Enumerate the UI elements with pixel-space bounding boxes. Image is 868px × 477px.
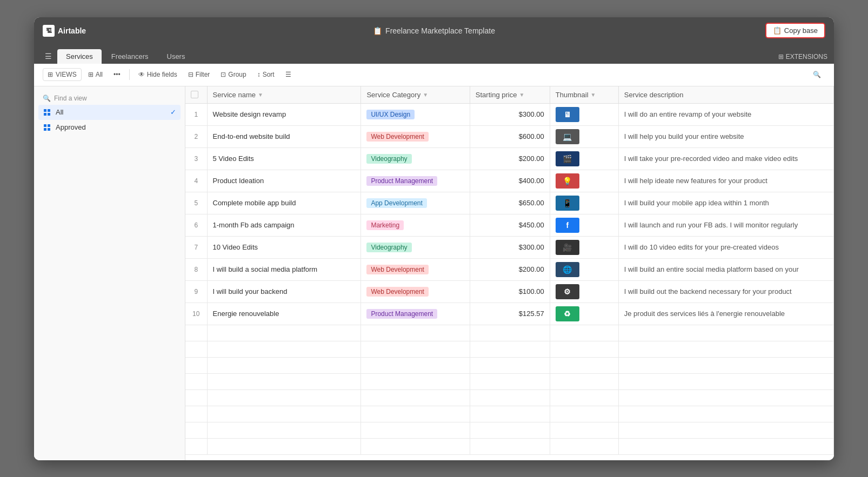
table-row[interactable]: 1 Website design revamp UI/UX Design $30… [185,103,834,125]
col-header-thumbnail: Thumbnail ▼ [550,86,618,104]
description-text: I will build an entire social media plat… [624,265,799,273]
thumbnail-cell[interactable]: 🌐 [550,258,618,280]
search-button[interactable]: 🔍 [809,69,825,80]
table-row[interactable]: 10 Energie renouvelable Product Manageme… [185,303,834,325]
extensions-button[interactable]: ⊞ EXTENSIONS [778,53,827,64]
table-row[interactable]: 8 I will build a social media platform W… [185,258,834,280]
empty-row[interactable] [185,389,834,406]
sidebar-item-all[interactable]: All ✓ [38,105,181,120]
category-cell[interactable]: Web Development [361,258,470,280]
more-options-button[interactable]: ••• [109,69,125,80]
table-row[interactable]: 2 End-to-end website build Web Developme… [185,125,834,147]
category-tag: Web Development [366,265,429,274]
row-number-cell: 9 [185,280,207,303]
price-value: $200.00 [519,265,544,273]
table-row[interactable]: 9 I will build your backend Web Developm… [185,280,834,303]
select-all-checkbox[interactable] [191,91,198,98]
thumbnail-cell[interactable]: 📱 [550,192,618,214]
copy-base-button[interactable]: 📋 Copy base [765,23,825,38]
thumbnail-image: 🎬 [556,151,579,166]
main-content: 🔍 Find a view All ✓ [34,86,834,460]
table-row[interactable]: 3 5 Video Edits Videography $200.00 🎬 I … [185,147,834,170]
service-name: I will build a social media platform [213,265,318,273]
thumbnail-cell[interactable]: 🎬 [550,147,618,170]
all-views-button[interactable]: ⊞ All [84,69,107,80]
group-button[interactable]: ⊡ Group [216,69,250,80]
filter-button[interactable]: ⊟ Filter [184,69,215,80]
col-header-category: Service Category ▼ [361,86,470,104]
category-cell[interactable]: Web Development [361,280,470,303]
empty-row[interactable] [185,422,834,438]
thumbnail-cell[interactable]: 🎥 [550,236,618,258]
table-row[interactable]: 4 Product Ideation Product Management $4… [185,170,834,192]
hamburger-button[interactable]: ☰ [41,52,56,64]
service-name-cell[interactable]: 5 Video Edits [207,147,361,170]
empty-row[interactable] [185,373,834,389]
thumbnail-image: ♻ [556,306,579,321]
empty-row[interactable] [185,406,834,422]
category-cell[interactable]: UI/UX Design [361,103,470,125]
tab-freelancers[interactable]: Freelancers [103,49,157,64]
thumbnail-image: 🎥 [556,240,579,255]
thumbnail-cell[interactable]: f [550,214,618,236]
price-cell[interactable]: $200.00 [470,147,550,170]
price-cell[interactable]: $100.00 [470,280,550,303]
service-name-cell[interactable]: I will build your backend [207,280,361,303]
description-text: I will build out the backend necessary f… [624,287,792,295]
service-name-cell[interactable]: I will build a social media platform [207,258,361,280]
category-cell[interactable]: Product Management [361,303,470,325]
empty-row[interactable] [185,438,834,454]
service-name-cell[interactable]: 1-month Fb ads campaign [207,214,361,236]
thumbnail-image: 📱 [556,196,579,211]
thumbnail-cell[interactable]: ♻ [550,303,618,325]
price-cell[interactable]: $400.00 [470,170,550,192]
price-value: $600.00 [519,132,544,140]
category-cell[interactable]: Videography [361,147,470,170]
row-height-button[interactable]: ☰ [281,69,296,80]
empty-row[interactable] [185,341,834,357]
sidebar-search[interactable]: 🔍 Find a view [38,92,181,105]
hide-fields-button[interactable]: 👁 Hide fields [134,69,182,80]
category-cell[interactable]: Marketing [361,214,470,236]
price-cell[interactable]: $125.57 [470,303,550,325]
service-name-cell[interactable]: Complete mobile app build [207,192,361,214]
search-icon: 🔍 [43,95,51,102]
price-cell[interactable]: $650.00 [470,192,550,214]
group-icon: ⊡ [221,71,226,78]
row-number-cell: 3 [185,147,207,170]
price-cell[interactable]: $200.00 [470,258,550,280]
service-name-cell[interactable]: End-to-end website build [207,125,361,147]
thumbnail-cell[interactable]: 💡 [550,170,618,192]
thumbnail-cell[interactable]: 💻 [550,125,618,147]
service-name-cell[interactable]: 10 Video Edits [207,236,361,258]
description-text: I will do 10 video edits for your pre-cr… [624,243,779,251]
extensions-icon: ⊞ [778,53,784,61]
table-row[interactable]: 7 10 Video Edits Videography $300.00 🎥 I… [185,236,834,258]
tab-users[interactable]: Users [158,49,194,64]
copy-base-icon: 📋 [773,26,782,35]
thumbnail-cell[interactable]: ⚙ [550,280,618,303]
category-cell[interactable]: Web Development [361,125,470,147]
tab-services[interactable]: Services [57,49,102,64]
price-cell[interactable]: $300.00 [470,103,550,125]
thumbnail-image: 💻 [556,129,579,144]
category-cell[interactable]: Product Management [361,170,470,192]
price-cell[interactable]: $600.00 [470,125,550,147]
price-cell[interactable]: $450.00 [470,214,550,236]
table-header-row: Service name ▼ Service Category ▼ [185,86,834,104]
category-cell[interactable]: Videography [361,236,470,258]
sidebar-item-approved[interactable]: Approved [38,120,181,135]
service-name-cell[interactable]: Website design revamp [207,103,361,125]
table-row[interactable]: 5 Complete mobile app build App Developm… [185,192,834,214]
row-number: 4 [194,177,198,185]
category-cell[interactable]: App Development [361,192,470,214]
service-name-cell[interactable]: Energie renouvelable [207,303,361,325]
empty-row[interactable] [185,325,834,341]
views-button[interactable]: ⊞ VIEWS [43,68,82,81]
sort-button[interactable]: ↕ Sort [253,69,279,80]
service-name-cell[interactable]: Product Ideation [207,170,361,192]
empty-row[interactable] [185,357,834,373]
thumbnail-cell[interactable]: 🖥 [550,103,618,125]
price-cell[interactable]: $300.00 [470,236,550,258]
table-row[interactable]: 6 1-month Fb ads campaign Marketing $450… [185,214,834,236]
